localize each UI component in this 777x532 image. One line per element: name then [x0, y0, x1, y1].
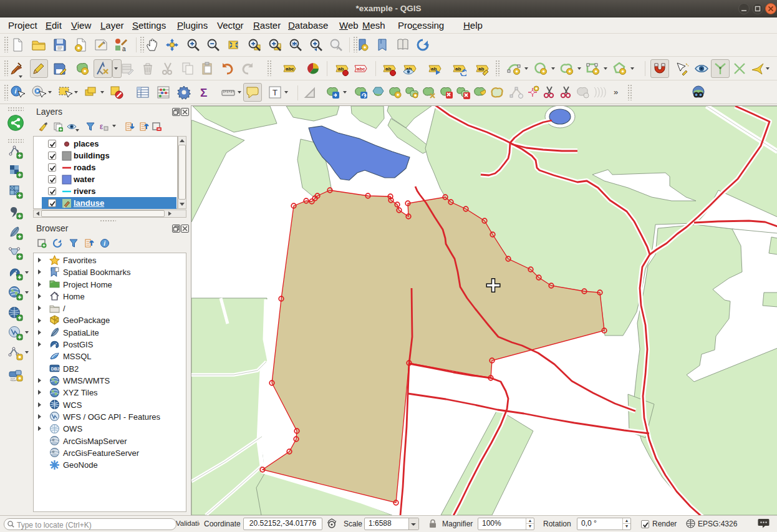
svg-text:DB2: DB2	[51, 367, 60, 371]
svg-text:ab: ab	[478, 66, 484, 72]
svg-text:ab: ab	[385, 66, 391, 72]
svg-text:ε: ε	[100, 122, 104, 131]
svg-text:abc: abc	[357, 66, 365, 72]
svg-text:abc: abc	[286, 66, 294, 72]
svg-text:T: T	[273, 88, 278, 97]
svg-text:ab: ab	[338, 66, 344, 72]
svg-text:Σ: Σ	[200, 86, 207, 99]
svg-text:a: a	[122, 46, 126, 52]
svg-text:1:1: 1:1	[292, 42, 298, 46]
svg-text:ab: ab	[455, 66, 461, 72]
svg-text:i: i	[104, 240, 105, 247]
